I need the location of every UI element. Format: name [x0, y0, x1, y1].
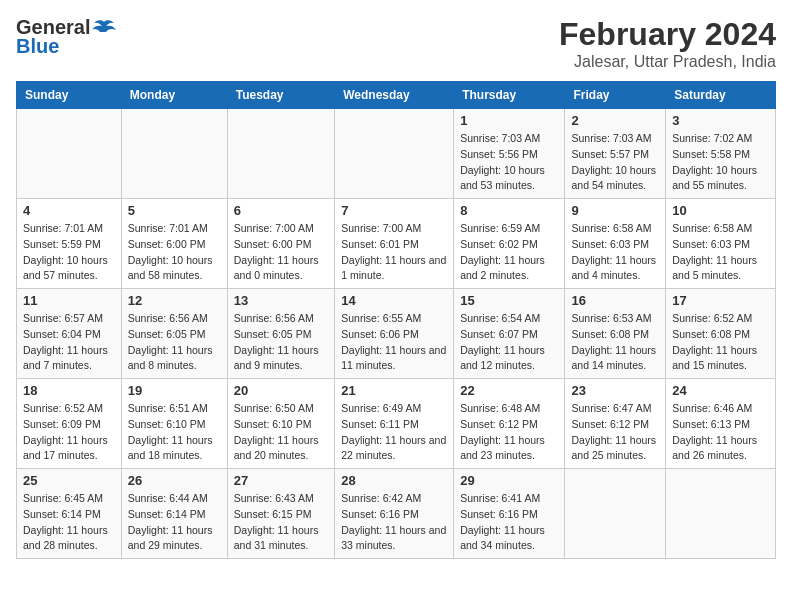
calendar-cell: 25Sunrise: 6:45 AMSunset: 6:14 PMDayligh…	[17, 469, 122, 559]
calendar-cell: 23Sunrise: 6:47 AMSunset: 6:12 PMDayligh…	[565, 379, 666, 469]
weekday-header-sunday: Sunday	[17, 82, 122, 109]
page-header: General Blue February 2024 Jalesar, Utta…	[16, 16, 776, 71]
day-number: 17	[672, 293, 769, 308]
week-row-4: 18Sunrise: 6:52 AMSunset: 6:09 PMDayligh…	[17, 379, 776, 469]
calendar-cell: 18Sunrise: 6:52 AMSunset: 6:09 PMDayligh…	[17, 379, 122, 469]
day-number: 11	[23, 293, 115, 308]
day-number: 3	[672, 113, 769, 128]
day-info: Sunrise: 6:56 AMSunset: 6:05 PMDaylight:…	[128, 311, 221, 374]
day-number: 7	[341, 203, 447, 218]
day-info: Sunrise: 6:46 AMSunset: 6:13 PMDaylight:…	[672, 401, 769, 464]
calendar-cell: 12Sunrise: 6:56 AMSunset: 6:05 PMDayligh…	[121, 289, 227, 379]
day-info: Sunrise: 7:01 AMSunset: 6:00 PMDaylight:…	[128, 221, 221, 284]
calendar-cell: 29Sunrise: 6:41 AMSunset: 6:16 PMDayligh…	[454, 469, 565, 559]
day-info: Sunrise: 6:55 AMSunset: 6:06 PMDaylight:…	[341, 311, 447, 374]
day-number: 28	[341, 473, 447, 488]
day-number: 4	[23, 203, 115, 218]
calendar-cell: 17Sunrise: 6:52 AMSunset: 6:08 PMDayligh…	[666, 289, 776, 379]
logo-blue-text: Blue	[16, 35, 59, 58]
calendar-cell: 19Sunrise: 6:51 AMSunset: 6:10 PMDayligh…	[121, 379, 227, 469]
day-info: Sunrise: 6:49 AMSunset: 6:11 PMDaylight:…	[341, 401, 447, 464]
day-number: 1	[460, 113, 558, 128]
day-number: 2	[571, 113, 659, 128]
day-number: 5	[128, 203, 221, 218]
day-info: Sunrise: 6:48 AMSunset: 6:12 PMDaylight:…	[460, 401, 558, 464]
calendar-cell	[335, 109, 454, 199]
weekday-header-tuesday: Tuesday	[227, 82, 334, 109]
week-row-5: 25Sunrise: 6:45 AMSunset: 6:14 PMDayligh…	[17, 469, 776, 559]
weekday-header-monday: Monday	[121, 82, 227, 109]
day-number: 27	[234, 473, 328, 488]
calendar-cell	[121, 109, 227, 199]
calendar-cell: 27Sunrise: 6:43 AMSunset: 6:15 PMDayligh…	[227, 469, 334, 559]
day-info: Sunrise: 6:41 AMSunset: 6:16 PMDaylight:…	[460, 491, 558, 554]
day-info: Sunrise: 6:51 AMSunset: 6:10 PMDaylight:…	[128, 401, 221, 464]
day-info: Sunrise: 7:00 AMSunset: 6:00 PMDaylight:…	[234, 221, 328, 284]
day-number: 8	[460, 203, 558, 218]
day-info: Sunrise: 6:52 AMSunset: 6:08 PMDaylight:…	[672, 311, 769, 374]
calendar-cell	[666, 469, 776, 559]
calendar-cell: 26Sunrise: 6:44 AMSunset: 6:14 PMDayligh…	[121, 469, 227, 559]
day-number: 19	[128, 383, 221, 398]
calendar-cell: 11Sunrise: 6:57 AMSunset: 6:04 PMDayligh…	[17, 289, 122, 379]
location-subtitle: Jalesar, Uttar Pradesh, India	[559, 53, 776, 71]
day-number: 24	[672, 383, 769, 398]
day-info: Sunrise: 6:59 AMSunset: 6:02 PMDaylight:…	[460, 221, 558, 284]
day-info: Sunrise: 6:52 AMSunset: 6:09 PMDaylight:…	[23, 401, 115, 464]
day-number: 9	[571, 203, 659, 218]
calendar-cell: 24Sunrise: 6:46 AMSunset: 6:13 PMDayligh…	[666, 379, 776, 469]
weekday-header-saturday: Saturday	[666, 82, 776, 109]
day-number: 6	[234, 203, 328, 218]
day-number: 20	[234, 383, 328, 398]
day-number: 12	[128, 293, 221, 308]
day-number: 23	[571, 383, 659, 398]
calendar-cell: 20Sunrise: 6:50 AMSunset: 6:10 PMDayligh…	[227, 379, 334, 469]
month-year-title: February 2024	[559, 16, 776, 53]
day-info: Sunrise: 6:50 AMSunset: 6:10 PMDaylight:…	[234, 401, 328, 464]
day-info: Sunrise: 6:42 AMSunset: 6:16 PMDaylight:…	[341, 491, 447, 554]
calendar-cell: 1Sunrise: 7:03 AMSunset: 5:56 PMDaylight…	[454, 109, 565, 199]
calendar-cell: 16Sunrise: 6:53 AMSunset: 6:08 PMDayligh…	[565, 289, 666, 379]
day-info: Sunrise: 6:44 AMSunset: 6:14 PMDaylight:…	[128, 491, 221, 554]
calendar-cell: 21Sunrise: 6:49 AMSunset: 6:11 PMDayligh…	[335, 379, 454, 469]
calendar-cell: 10Sunrise: 6:58 AMSunset: 6:03 PMDayligh…	[666, 199, 776, 289]
weekday-header-row: SundayMondayTuesdayWednesdayThursdayFrid…	[17, 82, 776, 109]
day-info: Sunrise: 7:01 AMSunset: 5:59 PMDaylight:…	[23, 221, 115, 284]
calendar-cell: 6Sunrise: 7:00 AMSunset: 6:00 PMDaylight…	[227, 199, 334, 289]
calendar-cell: 8Sunrise: 6:59 AMSunset: 6:02 PMDaylight…	[454, 199, 565, 289]
calendar-cell: 7Sunrise: 7:00 AMSunset: 6:01 PMDaylight…	[335, 199, 454, 289]
weekday-header-thursday: Thursday	[454, 82, 565, 109]
calendar-cell: 4Sunrise: 7:01 AMSunset: 5:59 PMDaylight…	[17, 199, 122, 289]
day-info: Sunrise: 6:57 AMSunset: 6:04 PMDaylight:…	[23, 311, 115, 374]
calendar-cell: 2Sunrise: 7:03 AMSunset: 5:57 PMDaylight…	[565, 109, 666, 199]
calendar-table: SundayMondayTuesdayWednesdayThursdayFrid…	[16, 81, 776, 559]
day-info: Sunrise: 6:53 AMSunset: 6:08 PMDaylight:…	[571, 311, 659, 374]
calendar-cell: 14Sunrise: 6:55 AMSunset: 6:06 PMDayligh…	[335, 289, 454, 379]
day-number: 10	[672, 203, 769, 218]
week-row-3: 11Sunrise: 6:57 AMSunset: 6:04 PMDayligh…	[17, 289, 776, 379]
day-info: Sunrise: 6:43 AMSunset: 6:15 PMDaylight:…	[234, 491, 328, 554]
day-number: 26	[128, 473, 221, 488]
logo: General Blue	[16, 16, 116, 58]
day-info: Sunrise: 7:02 AMSunset: 5:58 PMDaylight:…	[672, 131, 769, 194]
weekday-header-friday: Friday	[565, 82, 666, 109]
calendar-cell	[565, 469, 666, 559]
day-info: Sunrise: 6:56 AMSunset: 6:05 PMDaylight:…	[234, 311, 328, 374]
day-info: Sunrise: 6:47 AMSunset: 6:12 PMDaylight:…	[571, 401, 659, 464]
day-number: 25	[23, 473, 115, 488]
calendar-cell: 5Sunrise: 7:01 AMSunset: 6:00 PMDaylight…	[121, 199, 227, 289]
day-info: Sunrise: 6:45 AMSunset: 6:14 PMDaylight:…	[23, 491, 115, 554]
logo-bird-icon	[92, 18, 116, 38]
day-number: 13	[234, 293, 328, 308]
week-row-1: 1Sunrise: 7:03 AMSunset: 5:56 PMDaylight…	[17, 109, 776, 199]
day-number: 15	[460, 293, 558, 308]
calendar-cell	[17, 109, 122, 199]
day-info: Sunrise: 7:03 AMSunset: 5:56 PMDaylight:…	[460, 131, 558, 194]
weekday-header-wednesday: Wednesday	[335, 82, 454, 109]
day-number: 21	[341, 383, 447, 398]
title-area: February 2024 Jalesar, Uttar Pradesh, In…	[559, 16, 776, 71]
day-number: 18	[23, 383, 115, 398]
day-info: Sunrise: 6:58 AMSunset: 6:03 PMDaylight:…	[672, 221, 769, 284]
calendar-cell: 13Sunrise: 6:56 AMSunset: 6:05 PMDayligh…	[227, 289, 334, 379]
day-info: Sunrise: 7:00 AMSunset: 6:01 PMDaylight:…	[341, 221, 447, 284]
